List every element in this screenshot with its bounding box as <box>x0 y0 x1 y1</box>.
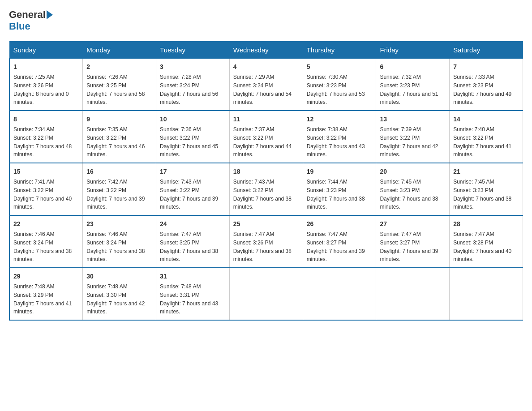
day-info: Sunrise: 7:25 AMSunset: 3:26 PMDaylight:… <box>13 74 69 105</box>
day-number: 20 <box>380 167 446 176</box>
page-header: General Blue <box>9 9 523 32</box>
logo-general-text: General <box>9 9 46 21</box>
day-info: Sunrise: 7:36 AMSunset: 3:22 PMDaylight:… <box>160 126 218 158</box>
calendar-cell: 27Sunrise: 7:47 AMSunset: 3:27 PMDayligh… <box>376 215 450 268</box>
day-number: 21 <box>453 167 519 176</box>
calendar-cell: 9Sunrise: 7:35 AMSunset: 3:22 PMDaylight… <box>83 111 156 163</box>
day-header-friday: Friday <box>376 42 450 59</box>
day-number: 7 <box>453 62 519 72</box>
day-number: 8 <box>13 115 79 124</box>
day-number: 22 <box>13 219 79 229</box>
calendar-cell: 19Sunrise: 7:44 AMSunset: 3:23 PMDayligh… <box>303 163 376 215</box>
calendar-cell: 1Sunrise: 7:25 AMSunset: 3:26 PMDaylight… <box>9 59 83 111</box>
day-number: 9 <box>86 115 152 124</box>
calendar-cell: 11Sunrise: 7:37 AMSunset: 3:22 PMDayligh… <box>229 111 303 163</box>
day-number: 13 <box>380 115 446 124</box>
day-number: 2 <box>86 62 152 72</box>
week-row-4: 22Sunrise: 7:46 AMSunset: 3:24 PMDayligh… <box>9 215 523 268</box>
day-number: 12 <box>307 115 373 124</box>
calendar-cell: 10Sunrise: 7:36 AMSunset: 3:22 PMDayligh… <box>156 111 230 163</box>
day-info: Sunrise: 7:47 AMSunset: 3:28 PMDaylight:… <box>453 231 511 262</box>
calendar-cell <box>376 268 450 320</box>
day-number: 4 <box>233 62 299 72</box>
day-header-wednesday: Wednesday <box>229 42 303 59</box>
day-info: Sunrise: 7:48 AMSunset: 3:30 PMDaylight:… <box>86 283 145 315</box>
calendar-table: SundayMondayTuesdayWednesdayThursdayFrid… <box>9 41 523 321</box>
day-info: Sunrise: 7:33 AMSunset: 3:23 PMDaylight:… <box>453 74 511 105</box>
calendar-cell: 20Sunrise: 7:45 AMSunset: 3:23 PMDayligh… <box>376 163 450 215</box>
logo-arrow-icon <box>47 10 53 19</box>
day-number: 31 <box>160 272 226 281</box>
day-info: Sunrise: 7:43 AMSunset: 3:22 PMDaylight:… <box>233 179 292 210</box>
calendar-cell: 23Sunrise: 7:46 AMSunset: 3:24 PMDayligh… <box>83 215 156 268</box>
day-number: 6 <box>380 62 446 72</box>
day-header-saturday: Saturday <box>450 42 523 59</box>
day-info: Sunrise: 7:48 AMSunset: 3:29 PMDaylight:… <box>13 283 72 315</box>
calendar-cell: 2Sunrise: 7:26 AMSunset: 3:25 PMDaylight… <box>83 59 156 111</box>
calendar-cell: 28Sunrise: 7:47 AMSunset: 3:28 PMDayligh… <box>450 215 523 268</box>
day-info: Sunrise: 7:39 AMSunset: 3:22 PMDaylight:… <box>380 126 438 158</box>
day-number: 27 <box>380 219 446 229</box>
day-info: Sunrise: 7:44 AMSunset: 3:23 PMDaylight:… <box>307 179 365 210</box>
day-number: 29 <box>13 272 79 281</box>
day-number: 5 <box>307 62 373 72</box>
calendar-cell: 31Sunrise: 7:48 AMSunset: 3:31 PMDayligh… <box>156 268 230 320</box>
day-info: Sunrise: 7:46 AMSunset: 3:24 PMDaylight:… <box>13 231 72 262</box>
day-header-monday: Monday <box>83 42 156 59</box>
calendar-cell: 12Sunrise: 7:38 AMSunset: 3:22 PMDayligh… <box>303 111 376 163</box>
day-number: 18 <box>233 167 299 176</box>
day-info: Sunrise: 7:32 AMSunset: 3:23 PMDaylight:… <box>380 74 438 105</box>
day-number: 14 <box>453 115 519 124</box>
day-info: Sunrise: 7:45 AMSunset: 3:23 PMDaylight:… <box>380 179 438 210</box>
day-info: Sunrise: 7:34 AMSunset: 3:22 PMDaylight:… <box>13 126 72 158</box>
day-info: Sunrise: 7:28 AMSunset: 3:24 PMDaylight:… <box>160 74 218 105</box>
week-row-2: 8Sunrise: 7:34 AMSunset: 3:22 PMDaylight… <box>9 111 523 163</box>
calendar-cell: 5Sunrise: 7:30 AMSunset: 3:23 PMDaylight… <box>303 59 376 111</box>
day-info: Sunrise: 7:40 AMSunset: 3:22 PMDaylight:… <box>453 126 511 158</box>
day-number: 3 <box>160 62 226 72</box>
calendar-cell: 29Sunrise: 7:48 AMSunset: 3:29 PMDayligh… <box>9 268 83 320</box>
day-info: Sunrise: 7:47 AMSunset: 3:27 PMDaylight:… <box>307 231 365 262</box>
day-info: Sunrise: 7:43 AMSunset: 3:22 PMDaylight:… <box>160 179 218 210</box>
calendar-cell: 16Sunrise: 7:42 AMSunset: 3:22 PMDayligh… <box>83 163 156 215</box>
day-header-thursday: Thursday <box>303 42 376 59</box>
calendar-cell: 24Sunrise: 7:47 AMSunset: 3:25 PMDayligh… <box>156 215 230 268</box>
calendar-cell: 13Sunrise: 7:39 AMSunset: 3:22 PMDayligh… <box>376 111 450 163</box>
day-number: 15 <box>13 167 79 176</box>
calendar-cell: 22Sunrise: 7:46 AMSunset: 3:24 PMDayligh… <box>9 215 83 268</box>
day-header-tuesday: Tuesday <box>156 42 230 59</box>
calendar-cell: 4Sunrise: 7:29 AMSunset: 3:24 PMDaylight… <box>229 59 303 111</box>
day-info: Sunrise: 7:35 AMSunset: 3:22 PMDaylight:… <box>86 126 145 158</box>
calendar-cell: 6Sunrise: 7:32 AMSunset: 3:23 PMDaylight… <box>376 59 450 111</box>
day-info: Sunrise: 7:41 AMSunset: 3:22 PMDaylight:… <box>13 179 72 210</box>
calendar-cell: 30Sunrise: 7:48 AMSunset: 3:30 PMDayligh… <box>83 268 156 320</box>
calendar-cell: 26Sunrise: 7:47 AMSunset: 3:27 PMDayligh… <box>303 215 376 268</box>
day-number: 19 <box>307 167 373 176</box>
day-info: Sunrise: 7:45 AMSunset: 3:23 PMDaylight:… <box>453 179 511 210</box>
logo: General Blue <box>9 9 54 32</box>
day-number: 30 <box>86 272 152 281</box>
day-info: Sunrise: 7:47 AMSunset: 3:25 PMDaylight:… <box>160 231 218 262</box>
week-row-3: 15Sunrise: 7:41 AMSunset: 3:22 PMDayligh… <box>9 163 523 215</box>
day-number: 26 <box>307 219 373 229</box>
day-info: Sunrise: 7:26 AMSunset: 3:25 PMDaylight:… <box>86 74 145 105</box>
calendar-cell: 7Sunrise: 7:33 AMSunset: 3:23 PMDaylight… <box>450 59 523 111</box>
day-info: Sunrise: 7:37 AMSunset: 3:22 PMDaylight:… <box>233 126 292 158</box>
day-info: Sunrise: 7:46 AMSunset: 3:24 PMDaylight:… <box>86 231 145 262</box>
day-number: 28 <box>453 219 519 229</box>
calendar-cell <box>229 268 303 320</box>
day-number: 1 <box>13 62 79 72</box>
calendar-cell: 3Sunrise: 7:28 AMSunset: 3:24 PMDaylight… <box>156 59 230 111</box>
day-number: 25 <box>233 219 299 229</box>
day-info: Sunrise: 7:42 AMSunset: 3:22 PMDaylight:… <box>86 179 145 210</box>
calendar-cell: 25Sunrise: 7:47 AMSunset: 3:26 PMDayligh… <box>229 215 303 268</box>
calendar-cell <box>450 268 523 320</box>
day-number: 11 <box>233 115 299 124</box>
week-row-1: 1Sunrise: 7:25 AMSunset: 3:26 PMDaylight… <box>9 59 523 111</box>
day-number: 10 <box>160 115 226 124</box>
days-header-row: SundayMondayTuesdayWednesdayThursdayFrid… <box>9 42 523 59</box>
day-info: Sunrise: 7:30 AMSunset: 3:23 PMDaylight:… <box>307 74 365 105</box>
day-info: Sunrise: 7:48 AMSunset: 3:31 PMDaylight:… <box>160 283 218 315</box>
calendar-cell: 15Sunrise: 7:41 AMSunset: 3:22 PMDayligh… <box>9 163 83 215</box>
logo-blue-text: Blue <box>9 21 30 32</box>
